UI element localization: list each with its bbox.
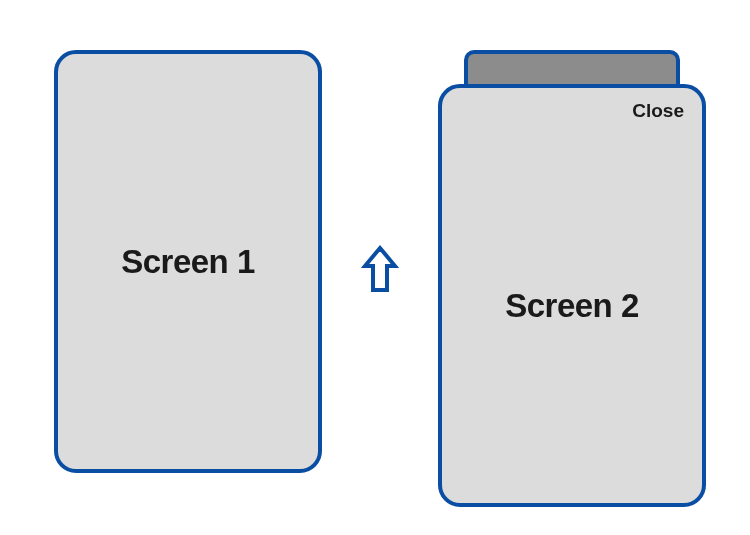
close-button[interactable]: Close — [632, 100, 684, 122]
screen-1: Screen 1 — [54, 50, 322, 473]
screen-1-title: Screen 1 — [121, 243, 255, 281]
screen-2: Close Screen 2 — [438, 84, 706, 507]
screen-2-title: Screen 2 — [505, 287, 639, 325]
up-arrow-icon — [360, 244, 400, 294]
screen-2-top-tab — [464, 50, 680, 88]
diagram-container: Screen 1 Close Screen 2 — [0, 0, 750, 535]
